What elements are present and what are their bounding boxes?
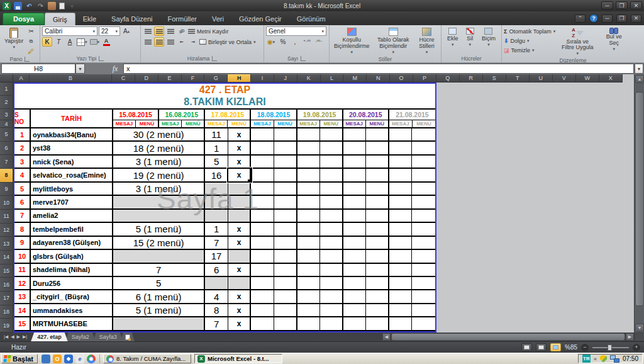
cell-empty[interactable] <box>343 142 367 154</box>
column-header-T[interactable]: T <box>506 74 530 82</box>
cell-mesaj-17[interactable]: 5 <box>205 156 228 168</box>
cell-empty[interactable] <box>412 304 435 316</box>
cell-empty[interactable] <box>366 210 389 222</box>
cell-empty[interactable] <box>297 264 321 276</box>
cell-menu-17[interactable]: x <box>228 142 252 154</box>
cell-empty[interactable] <box>297 183 321 195</box>
language-indicator[interactable]: TR <box>582 355 591 363</box>
cell-empty[interactable] <box>343 223 367 235</box>
cell-empty[interactable] <box>320 183 343 195</box>
workbook-restore-icon[interactable]: ❐ <box>616 14 627 23</box>
cell-name[interactable]: selvatico_rosa(Emine) <box>31 169 113 181</box>
cell-empty[interactable] <box>343 264 367 276</box>
cell-menu-17[interactable]: x <box>228 304 252 316</box>
cell-empty[interactable] <box>274 223 297 235</box>
clear-button[interactable]: ◪Temizle▾ <box>504 46 555 55</box>
cell-empty[interactable] <box>389 210 413 222</box>
font-family-select[interactable]: Calibri▾ <box>42 26 97 36</box>
cell-empty[interactable] <box>389 304 413 316</box>
redo-icon[interactable]: ↷ <box>36 2 45 10</box>
delete-cells-button[interactable]: Sil▾ <box>464 26 477 48</box>
format-as-table-button[interactable]: Tablo Olarak Biçimlendir▾ <box>372 26 414 55</box>
cell-merged-value[interactable]: 18 (2 menü) <box>113 142 205 154</box>
cell-sno[interactable]: 12 <box>14 277 31 289</box>
cell-merged-value[interactable]: 6 (1 menü) <box>113 290 205 302</box>
font-size-select[interactable]: 22▾ <box>99 26 120 36</box>
column-header-A[interactable]: A <box>13 74 30 82</box>
cell-merged-value[interactable]: 3 (1 menü) <box>113 156 205 168</box>
column-header-U[interactable]: U <box>530 74 553 82</box>
zoom-slider[interactable] <box>592 347 629 348</box>
menu-header[interactable]: MENÜ <box>274 120 296 127</box>
sheet-title-row1[interactable]: 427 . ETAP <box>14 84 435 96</box>
cell-merged-value[interactable]: 19 (2 menü) <box>113 169 205 181</box>
copy-button[interactable]: ⧉ <box>26 37 36 46</box>
column-header-R[interactable]: R <box>460 74 483 82</box>
select-all-corner[interactable] <box>0 74 13 82</box>
mesaj-header[interactable]: MESAJ <box>343 120 366 127</box>
cell-empty[interactable] <box>251 210 274 222</box>
orientation-button[interactable]: ab <box>175 25 188 38</box>
prev-sheet-icon[interactable]: ◀ <box>11 334 14 339</box>
cell-empty[interactable] <box>389 156 413 168</box>
cell-empty[interactable] <box>389 264 413 276</box>
zoom-in-icon[interactable]: + <box>633 344 640 351</box>
cell-empty[interactable] <box>366 237 389 249</box>
cell-empty[interactable] <box>320 304 343 316</box>
cell-name[interactable]: yst38 <box>31 142 113 154</box>
cell-empty[interactable] <box>389 317 413 329</box>
cell-menu-17[interactable]: x <box>228 128 252 140</box>
cell-mesaj-17[interactable]: 16 <box>205 169 228 181</box>
cell-mesaj-17[interactable]: 1 <box>205 142 228 154</box>
cell-empty[interactable] <box>389 128 413 140</box>
increase-indent-button[interactable]: ⇥ <box>188 37 198 47</box>
increase-decimal-button[interactable]: ⁺·⁰⁰ <box>302 37 312 47</box>
cell-empty[interactable] <box>366 317 389 329</box>
tab-ekle[interactable]: Ekle <box>75 13 104 25</box>
cell-empty[interactable] <box>297 237 321 249</box>
row-header-15[interactable]: 15 <box>0 264 13 278</box>
cell-empty[interactable] <box>366 128 389 140</box>
cell-empty[interactable] <box>366 277 389 289</box>
row-header-6[interactable]: 6 <box>0 142 13 156</box>
cell-empty[interactable] <box>297 169 321 181</box>
cell-empty[interactable] <box>251 264 274 276</box>
conditional-formatting-button[interactable]: Koşullu Biçimlendirme▾ <box>331 26 372 55</box>
cell-empty[interactable] <box>343 304 367 316</box>
align-center-button[interactable] <box>154 37 164 47</box>
tab-g-zden-ge-ir[interactable]: Gözden Geçir <box>231 13 289 25</box>
security-shield-icon[interactable] <box>600 355 607 363</box>
cell-menu-17[interactable] <box>228 196 252 208</box>
cell-name[interactable]: amelia2 <box>31 210 113 222</box>
cell-merged-value[interactable] <box>113 196 205 208</box>
column-header-J[interactable]: J <box>274 74 297 82</box>
internet-explorer-icon[interactable]: e <box>75 355 84 363</box>
zoom-level[interactable]: %85 <box>565 344 577 351</box>
cell-empty[interactable] <box>274 304 297 316</box>
cell-empty[interactable] <box>366 169 389 181</box>
mesaj-header[interactable]: MESAJ <box>297 120 320 127</box>
paste-button[interactable]: Yapıştır ▾ <box>2 26 26 51</box>
cell-empty[interactable] <box>251 223 274 235</box>
grow-font-button[interactable]: A▴ <box>121 26 131 36</box>
menu-header[interactable]: MENÜ <box>320 120 342 127</box>
align-bottom-button[interactable] <box>165 26 175 36</box>
fill-button[interactable]: ⬇Dolgu▾ <box>504 37 555 45</box>
cell-empty[interactable] <box>251 142 274 154</box>
row-header-3[interactable]: 3 <box>0 109 13 120</box>
pano-dialog-launcher-icon[interactable] <box>25 57 30 62</box>
cell-empty[interactable] <box>251 128 274 140</box>
cell-empty[interactable] <box>343 237 367 249</box>
cell-empty[interactable] <box>320 223 343 235</box>
cell-menu-17[interactable]: x <box>228 317 252 329</box>
cell-empty[interactable] <box>412 210 435 222</box>
last-sheet-icon[interactable]: ▶| <box>23 334 27 339</box>
cell-empty[interactable] <box>412 317 435 329</box>
menu-header[interactable]: MENÜ <box>182 120 204 127</box>
menu-header[interactable]: MENÜ <box>366 120 388 127</box>
cell-empty[interactable] <box>389 169 413 181</box>
font-color-button[interactable]: A <box>101 37 111 47</box>
column-header-V[interactable]: V <box>553 74 576 82</box>
start-button[interactable]: Başlat <box>1 354 38 363</box>
cell-empty[interactable] <box>412 237 435 249</box>
